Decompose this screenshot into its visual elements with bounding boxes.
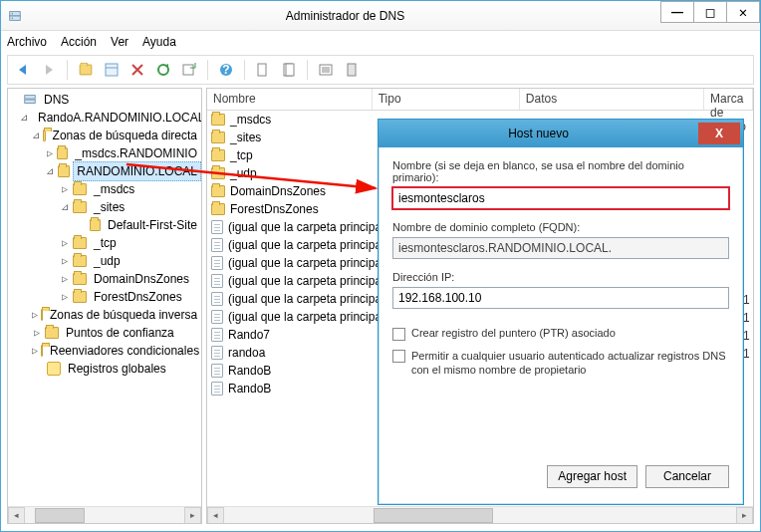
- tool-icon-1[interactable]: [252, 59, 274, 81]
- col-name[interactable]: Nombre: [207, 89, 373, 110]
- menu-ver[interactable]: Ver: [111, 35, 128, 49]
- dialog-body: Nombre (si se deja en blanco, se usa el …: [379, 147, 743, 458]
- up-folder-button[interactable]: [75, 59, 97, 81]
- globe-icon: [47, 362, 61, 376]
- export-button[interactable]: [178, 59, 200, 81]
- hostname-input[interactable]: [392, 187, 729, 209]
- tree-zone-msdcs[interactable]: _msdcs.RANDOMINIO: [71, 144, 201, 162]
- expander-icon[interactable]: ⊿: [46, 162, 55, 180]
- folder-icon: [73, 273, 87, 285]
- expander-icon[interactable]: ▷: [46, 144, 54, 162]
- dns-root-icon: [23, 93, 37, 107]
- expander-icon[interactable]: ⊿: [20, 109, 28, 127]
- svg-rect-19: [25, 100, 36, 104]
- tool-icon-2[interactable]: [278, 59, 300, 81]
- tree-sites-child[interactable]: Default-First-Site: [104, 216, 201, 234]
- expander-icon[interactable]: ▷: [32, 342, 38, 360]
- folder-icon: [73, 291, 87, 303]
- tree-tcp[interactable]: _tcp: [90, 234, 121, 252]
- col-data[interactable]: Datos: [520, 89, 704, 110]
- folder-icon: [73, 237, 87, 249]
- tree-conf[interactable]: Puntos de confianza: [62, 324, 178, 342]
- svg-rect-0: [10, 11, 21, 15]
- scroll-right-icon[interactable]: ▸: [184, 507, 201, 524]
- expander-icon[interactable]: ▷: [60, 180, 70, 198]
- fqdn-field: [392, 237, 729, 259]
- scroll-right-icon[interactable]: ▸: [736, 507, 753, 524]
- checkbox-icon[interactable]: [392, 328, 405, 341]
- col-mark[interactable]: Marca de tiempo: [704, 89, 753, 110]
- tree-ddz[interactable]: DomainDnsZones: [90, 270, 193, 288]
- folder-icon: [211, 185, 225, 197]
- scroll-left-icon[interactable]: ◂: [8, 507, 25, 524]
- title-bar: Administrador de DNS — □ ✕: [1, 1, 760, 31]
- scroll-left-icon[interactable]: ◂: [207, 507, 224, 524]
- add-host-button[interactable]: Agregar host: [547, 465, 637, 488]
- nav-back-button[interactable]: [12, 59, 34, 81]
- tree-fwd[interactable]: Zonas de búsqueda directa: [49, 127, 201, 144]
- ptr-checkbox-row[interactable]: Crear registro del puntero (PTR) asociad…: [392, 327, 729, 341]
- dialog-title-bar[interactable]: Host nuevo X: [379, 120, 743, 147]
- svg-rect-10: [258, 64, 266, 76]
- help-button[interactable]: ?: [215, 59, 237, 81]
- tree-reenv[interactable]: Reenviadores condicionales: [46, 342, 201, 360]
- ip-label: Dirección IP:: [392, 271, 729, 283]
- tree-server[interactable]: RandoA.RANDOMINIO.LOCAL: [34, 109, 201, 127]
- col-type[interactable]: Tipo: [373, 89, 520, 110]
- expander-icon[interactable]: ▷: [32, 324, 42, 342]
- dialog-title: Host nuevo: [379, 127, 698, 140]
- menu-bar: Archivo Acción Ver Ayuda: [1, 31, 760, 53]
- tree-fdz[interactable]: ForestDnsZones: [90, 288, 186, 306]
- tree-inv[interactable]: Zonas de búsqueda inversa: [46, 306, 201, 324]
- checkbox-icon[interactable]: [392, 350, 405, 363]
- folder-icon: [45, 327, 59, 339]
- tree-zone-main[interactable]: RANDOMINIO.LOCAL: [73, 161, 201, 181]
- app-icon: [7, 8, 23, 24]
- tree-udp[interactable]: _udp: [90, 252, 125, 270]
- expander-icon[interactable]: ▷: [60, 252, 70, 270]
- dialog-close-button[interactable]: X: [698, 123, 740, 144]
- close-button[interactable]: ✕: [726, 1, 760, 23]
- expander-icon[interactable]: ▷: [60, 288, 70, 306]
- ip-input[interactable]: [392, 287, 729, 309]
- tree-msdcs[interactable]: _msdcs: [90, 180, 138, 198]
- refresh-button[interactable]: [152, 59, 174, 81]
- record-icon: [211, 274, 223, 288]
- zone-icon: [58, 165, 71, 177]
- expander-icon[interactable]: ▷: [32, 306, 38, 324]
- menu-ayuda[interactable]: Ayuda: [142, 35, 176, 49]
- minimize-button[interactable]: —: [660, 1, 694, 23]
- view-list-button[interactable]: [101, 59, 123, 81]
- delete-button[interactable]: [127, 59, 148, 81]
- expander-icon[interactable]: ▷: [60, 234, 70, 252]
- tree-reg[interactable]: Registros globales: [64, 360, 170, 378]
- folder-icon: [211, 167, 225, 179]
- perm-label: Permitir a cualquier usuario autenticado…: [411, 349, 729, 377]
- expander-icon[interactable]: ⊿: [32, 127, 40, 144]
- list-hscroll[interactable]: ◂ ▸: [207, 506, 753, 523]
- tool-bar: ?: [7, 55, 754, 85]
- tree-root[interactable]: DNS: [40, 91, 73, 109]
- expander-icon[interactable]: ⊿: [60, 198, 70, 216]
- nav-fwd-button[interactable]: [38, 59, 60, 81]
- record-icon: [211, 238, 223, 252]
- svg-text:?: ?: [222, 63, 229, 77]
- record-icon: [211, 256, 223, 270]
- svg-rect-18: [25, 96, 36, 100]
- record-icon: [211, 220, 223, 234]
- ptr-label: Crear registro del puntero (PTR) asociad…: [411, 327, 616, 339]
- menu-archivo[interactable]: Archivo: [7, 35, 47, 49]
- cancel-button[interactable]: Cancelar: [645, 465, 729, 488]
- perm-checkbox-row[interactable]: Permitir a cualquier usuario autenticado…: [392, 349, 729, 377]
- tree-pane: DNS ⊿RandoA.RANDOMINIO.LOCAL ⊿Zonas de b…: [7, 88, 202, 524]
- folder-icon: [73, 201, 87, 213]
- tree-hscroll[interactable]: ◂ ▸: [8, 506, 201, 523]
- tree-sites[interactable]: _sites: [90, 198, 128, 216]
- expander-icon[interactable]: ▷: [60, 270, 70, 288]
- svg-point-2: [12, 13, 13, 14]
- tree-body[interactable]: DNS ⊿RandoA.RANDOMINIO.LOCAL ⊿Zonas de b…: [8, 89, 201, 506]
- properties-button[interactable]: [315, 59, 337, 81]
- maximize-button[interactable]: □: [693, 1, 727, 23]
- filter-button[interactable]: [341, 59, 363, 81]
- menu-accion[interactable]: Acción: [61, 35, 97, 49]
